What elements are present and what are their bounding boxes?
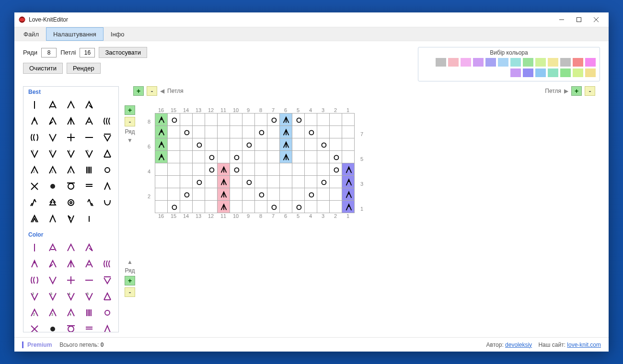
grid-cell[interactable] — [292, 114, 305, 126]
grid-cell[interactable] — [155, 163, 168, 176]
grid-cell[interactable] — [255, 188, 267, 201]
stitch-ubar[interactable] — [80, 322, 98, 332]
stitch-triU[interactable] — [98, 290, 116, 303]
grid-cell[interactable] — [230, 201, 242, 213]
grid-cell[interactable] — [205, 151, 218, 163]
grid-cell[interactable] — [193, 138, 205, 151]
stitch-triL[interactable] — [44, 257, 62, 271]
grid-cell[interactable] — [193, 114, 205, 126]
grid-cell[interactable] — [168, 126, 180, 138]
grid-cell[interactable] — [317, 138, 330, 151]
grid-cell[interactable] — [305, 176, 317, 188]
remove-row-bottom-button[interactable]: - — [125, 287, 135, 297]
grid-cell[interactable] — [280, 163, 292, 176]
grid-cell[interactable] — [330, 201, 342, 213]
color-swatch[interactable] — [560, 68, 571, 77]
stitch-dot[interactable] — [44, 322, 62, 332]
grid-cell[interactable] — [168, 114, 180, 126]
grid-cell[interactable] — [267, 151, 280, 163]
tab-file[interactable]: Файл — [16, 27, 46, 41]
grid-cell[interactable] — [242, 201, 255, 213]
grid-cell[interactable] — [342, 126, 355, 138]
stitch-triS[interactable] — [80, 114, 98, 128]
stitch-tri4u[interactable] — [62, 163, 80, 177]
stitch-triU[interactable] — [98, 147, 116, 160]
stitch-tri4u[interactable] — [62, 306, 80, 319]
stitch-triL[interactable] — [44, 114, 62, 128]
grid-cell[interactable] — [255, 114, 267, 126]
color-swatch[interactable] — [510, 68, 521, 77]
grid-cell[interactable] — [330, 138, 342, 151]
stitch-dot[interactable] — [44, 180, 62, 193]
grid-cell[interactable] — [330, 151, 342, 163]
grid-cell[interactable] — [242, 188, 255, 201]
grid-cell[interactable] — [180, 151, 193, 163]
grid-cell[interactable] — [280, 188, 292, 201]
color-swatch[interactable] — [535, 58, 546, 67]
stitch-vbar[interactable] — [25, 241, 44, 254]
grid-cell[interactable] — [342, 188, 355, 201]
add-row-top-button[interactable]: + — [125, 105, 135, 115]
grid-cell[interactable] — [280, 151, 292, 163]
grid-cell[interactable] — [317, 114, 330, 126]
stitch-coil[interactable] — [98, 257, 116, 271]
stitch-plus[interactable] — [62, 131, 80, 144]
grid-cell[interactable] — [242, 114, 255, 126]
grid-cell[interactable] — [193, 151, 205, 163]
grid-cell[interactable] — [267, 188, 280, 201]
grid-cell[interactable] — [218, 201, 230, 213]
stitch-tri1[interactable] — [44, 241, 62, 254]
grid-cell[interactable] — [242, 163, 255, 176]
grid-cell[interactable] — [155, 188, 168, 201]
clear-button[interactable]: Очистити — [23, 63, 63, 74]
grid-cell[interactable] — [280, 126, 292, 138]
add-row-bottom-button[interactable]: + — [125, 276, 135, 285]
apply-button[interactable]: Застосувати — [99, 47, 147, 58]
color-swatch[interactable] — [523, 68, 533, 77]
grid-cell[interactable] — [305, 201, 317, 213]
grid-cell[interactable] — [255, 126, 267, 138]
grid-cell[interactable] — [205, 163, 218, 176]
stitch-vee5[interactable] — [80, 290, 98, 303]
grid-cell[interactable] — [242, 138, 255, 151]
stitch-vee2[interactable] — [25, 290, 44, 303]
grid-cell[interactable] — [280, 176, 292, 188]
color-swatch[interactable] — [535, 68, 546, 77]
color-swatch[interactable] — [485, 58, 496, 67]
color-swatch[interactable] — [498, 58, 508, 67]
stitch-vee4[interactable] — [62, 290, 80, 303]
stitch-empty[interactable] — [98, 241, 116, 254]
grid-cell[interactable] — [292, 176, 305, 188]
grid-cell[interactable] — [180, 176, 193, 188]
stitch-ocirc2[interactable] — [62, 196, 80, 209]
grid-cell[interactable] — [242, 151, 255, 163]
grid-cell[interactable] — [342, 201, 355, 213]
stitch-arrowL[interactable] — [25, 196, 44, 209]
grid-cell[interactable] — [305, 114, 317, 126]
grid-cell[interactable] — [230, 176, 242, 188]
grid-cell[interactable] — [305, 138, 317, 151]
stitch-tri2u[interactable] — [25, 306, 44, 319]
grid-cell[interactable] — [292, 188, 305, 201]
grid-cell[interactable] — [267, 176, 280, 188]
grid-cell[interactable] — [317, 126, 330, 138]
stitch-up2[interactable] — [62, 257, 80, 271]
grid-cell[interactable] — [317, 188, 330, 201]
grid-cell[interactable] — [230, 126, 242, 138]
stitch-hbar[interactable] — [80, 131, 98, 144]
color-swatch[interactable] — [548, 58, 558, 67]
grid-cell[interactable] — [255, 163, 267, 176]
color-swatch[interactable] — [461, 58, 471, 67]
knit-grid[interactable] — [155, 113, 355, 213]
grid-cell[interactable] — [218, 176, 230, 188]
grid-cell[interactable] — [342, 138, 355, 151]
grid-cell[interactable] — [155, 176, 168, 188]
stitch-circle[interactable] — [98, 306, 116, 319]
grid-cell[interactable] — [280, 138, 292, 151]
color-swatch[interactable] — [560, 58, 571, 67]
add-loop-right-button[interactable]: + — [571, 86, 582, 96]
grid-cell[interactable] — [180, 163, 193, 176]
stitch-vee3[interactable] — [44, 290, 62, 303]
grid-cell[interactable] — [292, 201, 305, 213]
stitch-tri3u[interactable] — [44, 306, 62, 319]
